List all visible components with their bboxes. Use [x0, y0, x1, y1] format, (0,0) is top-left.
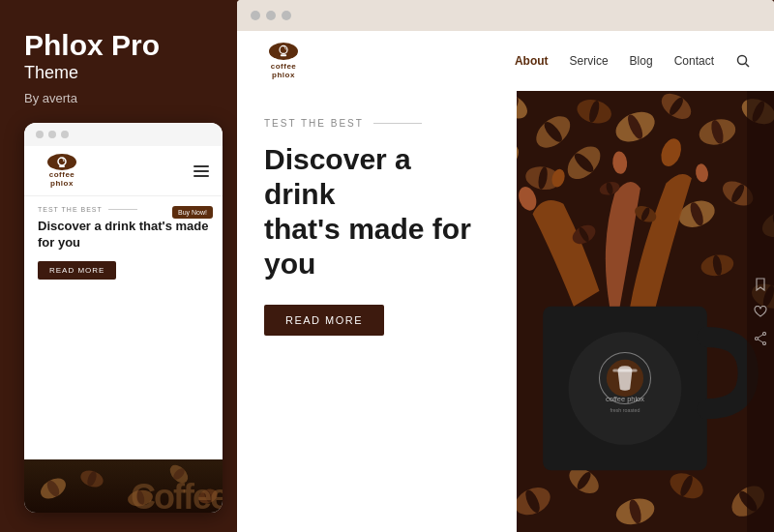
svg-rect-13 [281, 54, 286, 56]
mobile-hero-heading: Discover a drink that's made for you [38, 219, 209, 251]
svg-line-93 [758, 335, 762, 338]
desktop-logo-text: coffee phlox [260, 62, 307, 79]
svg-point-14 [738, 56, 747, 65]
hero-right-image: coffee phlox fresh roasted [517, 91, 774, 532]
mobile-nav: coffee phlox [24, 146, 223, 196]
nav-link-contact[interactable]: Contact [674, 54, 714, 68]
logo-svg [276, 44, 291, 59]
hero-section: TEST THE BEST Discover a drink that's ma… [237, 91, 774, 532]
svg-rect-75 [612, 369, 637, 371]
right-sidebar-icons [747, 91, 774, 532]
nav-link-blog[interactable]: Blog [630, 54, 653, 68]
mobile-dot-1 [36, 131, 44, 138]
heart-icon[interactable] [753, 304, 768, 319]
mobile-browser-bar [24, 123, 223, 146]
mobile-logo-icon [47, 154, 76, 170]
browser-content: coffee phlox About Service Blog Contact [237, 31, 774, 532]
mobile-preview-card: coffee phlox TEST THE BEST Buy Now! Disc… [24, 123, 223, 513]
svg-text:coffee phlox: coffee phlox [606, 395, 644, 403]
hero-image-area: coffee phlox fresh roasted [517, 91, 774, 532]
mobile-logo-text: coffee phlox [38, 170, 86, 188]
bookmark-icon[interactable] [753, 277, 768, 292]
svg-point-0 [58, 158, 66, 165]
mobile-hamburger-icon[interactable] [194, 165, 209, 177]
svg-rect-1 [59, 165, 65, 167]
svg-text:fresh roasted: fresh roasted [610, 407, 640, 413]
mobile-dot-3 [61, 131, 69, 138]
svg-point-91 [755, 338, 758, 340]
hero-left-content: TEST THE BEST Discover a drink that's ma… [237, 91, 517, 532]
theme-title: Phlox Pro Theme By averta [24, 29, 218, 105]
browser-dot-1 [251, 11, 260, 20]
share-icon[interactable] [753, 331, 768, 346]
nav-link-about[interactable]: About [515, 54, 549, 68]
desktop-logo: coffee phlox [260, 43, 307, 79]
test-the-best-label: TEST THE BEST [264, 118, 490, 129]
left-sidebar: Phlox Pro Theme By averta coffee phlox [0, 0, 237, 532]
mobile-coffee-image: Coffee [24, 459, 223, 513]
read-more-button[interactable]: READ MORE [264, 305, 384, 336]
svg-point-12 [280, 45, 287, 53]
nav-link-service[interactable]: Service [570, 54, 609, 68]
desktop-logo-icon: coffee phlox [260, 43, 307, 79]
mobile-dot-2 [48, 131, 56, 138]
browser-window: coffee phlox About Service Blog Contact [237, 0, 774, 532]
mobile-hero-section: TEST THE BEST Buy Now! Discover a drink … [24, 196, 223, 459]
svg-point-90 [762, 333, 765, 336]
mobile-coffee-text: Coffee [131, 477, 223, 513]
mobile-logo: coffee phlox [38, 154, 86, 188]
coffee-scene-svg: coffee phlox fresh roasted [517, 91, 774, 532]
search-icon[interactable] [735, 53, 751, 69]
logo-circle [269, 43, 298, 60]
svg-point-92 [762, 342, 765, 345]
mobile-read-more-button[interactable]: READ MORE [38, 261, 116, 280]
test-line-decoration [373, 123, 422, 124]
svg-line-94 [758, 340, 762, 342]
desktop-navbar: coffee phlox About Service Blog Contact [237, 31, 774, 91]
hero-heading: Discover a drink that's made for you [264, 142, 490, 281]
mobile-buy-button[interactable]: Buy Now! [172, 206, 213, 219]
browser-dot-3 [282, 11, 291, 20]
browser-dot-2 [266, 11, 276, 20]
browser-top-bar [237, 0, 774, 31]
svg-line-15 [746, 64, 750, 68]
desktop-nav-links: About Service Blog Contact [515, 53, 751, 69]
